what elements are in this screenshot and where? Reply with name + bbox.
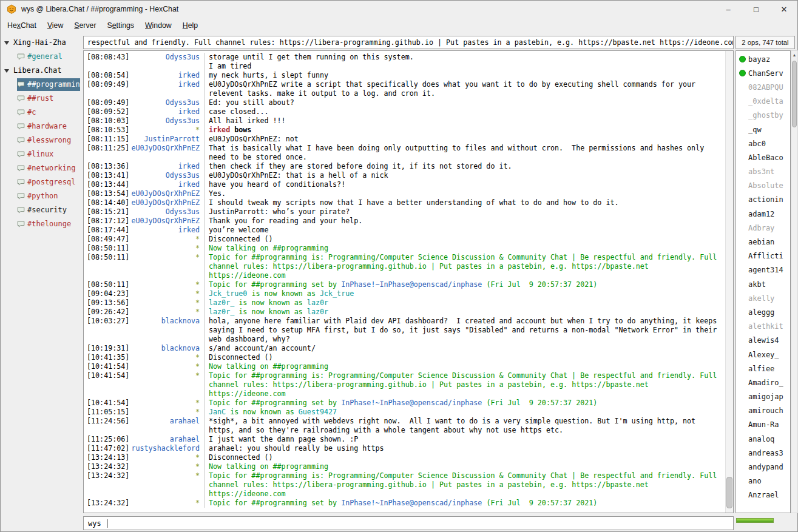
tree-channel-hardware[interactable]: #hardware [0, 120, 80, 133]
message-link[interactable]: https://ideone.com [209, 389, 286, 398]
user-list-item[interactable]: adam12 [736, 207, 790, 221]
user-list-item[interactable]: alethkit [736, 320, 790, 334]
message-link[interactable]: https://bpaste.net [572, 480, 649, 489]
user-list-item[interactable]: amirouch [736, 404, 790, 418]
user-list-item[interactable]: ano [736, 474, 790, 488]
event-star: * [131, 471, 205, 499]
tree-channel-rust[interactable]: ##rust [0, 92, 80, 106]
tree-channel-linux[interactable]: #linux [0, 147, 80, 161]
user-list-item[interactable]: _qw [736, 123, 790, 136]
tree-channel-python[interactable]: #python [0, 189, 80, 203]
user-list-item[interactable]: analoq [736, 432, 790, 446]
user-list-item[interactable]: _ghostby [736, 109, 790, 123]
user-list-item[interactable]: ChanServ [736, 66, 790, 80]
text-segment: (Fri Jul 9 20:57:37 2021) [482, 280, 597, 289]
user-list-item[interactable]: Afflicti [736, 249, 790, 263]
user-name: Absolute [748, 181, 783, 190]
user-list-item[interactable]: Absolute [736, 179, 790, 193]
menu-settings[interactable]: Settings [102, 19, 140, 32]
user-list-item[interactable]: akbt [736, 277, 790, 291]
user-name: amigojap [748, 392, 783, 401]
user-list-item[interactable]: bayaz [736, 52, 790, 66]
message-link[interactable]: https://ideone.com [209, 490, 286, 498]
user-list-item[interactable]: andreas3 [736, 446, 790, 460]
chat-scrollbar[interactable] [725, 51, 733, 513]
menu-hexchat[interactable]: HexChat [2, 19, 42, 32]
message-link[interactable]: https://libera-programming.github.io [273, 380, 427, 389]
scroll-up-arrow-icon[interactable]: ▲ [791, 51, 797, 58]
minimize-button[interactable]: – [714, 0, 742, 18]
chat-message: [09:04:23]*Jck_true0 is now known as Jck… [84, 289, 725, 298]
user-list-item[interactable]: akelly [736, 291, 790, 305]
user-list-item[interactable]: amigojap [736, 390, 790, 404]
tree-server-liberachat[interactable]: Libera.Chat [0, 64, 80, 78]
tree-channel-lesswrong[interactable]: #lesswrong [0, 133, 80, 147]
menu-help[interactable]: Help [177, 19, 203, 32]
user-list-item[interactable]: actionin [736, 193, 790, 207]
text-segment: eU0JyDOsQrXhPnEZ: that is a hell of a ni… [209, 171, 388, 180]
channel-bubble-icon [17, 109, 25, 116]
text-segment: eU0JyDOsQrXhPnEZ: not [209, 135, 299, 143]
user-list-item[interactable]: Alexey_ [736, 348, 790, 362]
message-link[interactable]: https://libera-programming.github.io [273, 480, 427, 489]
channel-bubble-icon [17, 136, 25, 144]
hexchat-logo-icon [7, 4, 16, 14]
text-segment: Jck_true [320, 289, 354, 298]
user-list-item[interactable]: aleggg [736, 305, 790, 319]
nick: JustinParrott [131, 135, 205, 144]
user-list-item[interactable]: _0xdelta [736, 95, 790, 109]
text-segment: Guest9427 [299, 408, 337, 416]
text-segment: | Put pastes in a pastebin, e.g. [427, 480, 572, 489]
message-text: Ed: you still about? [205, 98, 725, 107]
menu-window[interactable]: Window [140, 19, 177, 32]
message-link[interactable]: https://bpaste.net [572, 380, 649, 389]
tree-channel-postgresql[interactable]: #postgresql [0, 175, 80, 189]
message-link[interactable]: https://libera-programming.github.io [273, 262, 427, 271]
nick-label[interactable]: wys [84, 519, 107, 528]
channel-label: #hardware [27, 120, 67, 133]
user-name: aleggg [748, 308, 774, 317]
tree-channel-general[interactable]: #general [0, 50, 80, 64]
user-list-item[interactable]: andypand [736, 460, 790, 474]
expander-icon[interactable] [4, 41, 9, 45]
tree-channel-c[interactable]: #c [0, 106, 80, 120]
user-list-item[interactable]: alewis4 [736, 334, 790, 348]
text-segment: InPhase!~InPhase@openscad/inphase [341, 399, 482, 407]
user-status-cell [739, 56, 748, 62]
tree-server-xinghaizha[interactable]: Xing-Hai-Zha [0, 36, 80, 50]
tree-channel-networking[interactable]: #networking [0, 161, 80, 175]
timestamp: [08:13:36] [84, 162, 131, 171]
tree-channel-thelounge[interactable]: #thelounge [0, 217, 80, 231]
message-link[interactable]: https://ideone.com [209, 271, 286, 280]
tree-channel-security[interactable]: #security [0, 203, 80, 217]
user-list-item[interactable]: abs3nt [736, 165, 790, 179]
userlist-scrollbar-thumb[interactable] [792, 61, 797, 127]
user-list-item[interactable]: 082ABPQU [736, 80, 790, 94]
user-list-item[interactable]: Anzrael [736, 488, 790, 502]
maximize-button[interactable]: □ [742, 0, 770, 18]
user-list-item[interactable]: Amun-Ra [736, 418, 790, 432]
userlist-scrollbar[interactable]: ▲ [791, 50, 798, 513]
user-name: bayaz [748, 55, 770, 64]
message-link[interactable]: https://bpaste.net [572, 262, 649, 271]
user-name: Amun-Ra [748, 420, 779, 429]
expander-icon[interactable] [4, 69, 9, 73]
user-list-item[interactable]: aebian [736, 235, 790, 249]
chat-scrollbar-thumb[interactable] [726, 477, 732, 508]
user-list-item[interactable]: agent314 [736, 263, 790, 277]
menu-server[interactable]: Server [69, 19, 101, 32]
close-button[interactable]: ✕ [770, 0, 798, 18]
menu-view[interactable]: View [42, 19, 69, 32]
topic-bar[interactable]: respectful and friendly. Full channel ru… [83, 36, 734, 49]
chat-message: [09:13:56]*laz0r_ is now known as laz0r [84, 298, 725, 308]
message-input[interactable] [107, 518, 733, 529]
message-text: have you heard of conditionals?! [205, 180, 725, 189]
user-list-item[interactable]: Adbray [736, 221, 790, 235]
user-list-item[interactable]: alfiee [736, 362, 790, 375]
nick: irked [131, 226, 205, 235]
tree-channel-programming[interactable]: ##programming [0, 78, 80, 92]
hexchat-window: wys @ Libera.Chat / ##programming - HexC… [0, 0, 798, 532]
user-list-item[interactable]: AbleBaco [736, 150, 790, 164]
user-list-item[interactable]: abc0 [736, 136, 790, 150]
user-list-item[interactable]: Amadiro_ [736, 375, 790, 389]
